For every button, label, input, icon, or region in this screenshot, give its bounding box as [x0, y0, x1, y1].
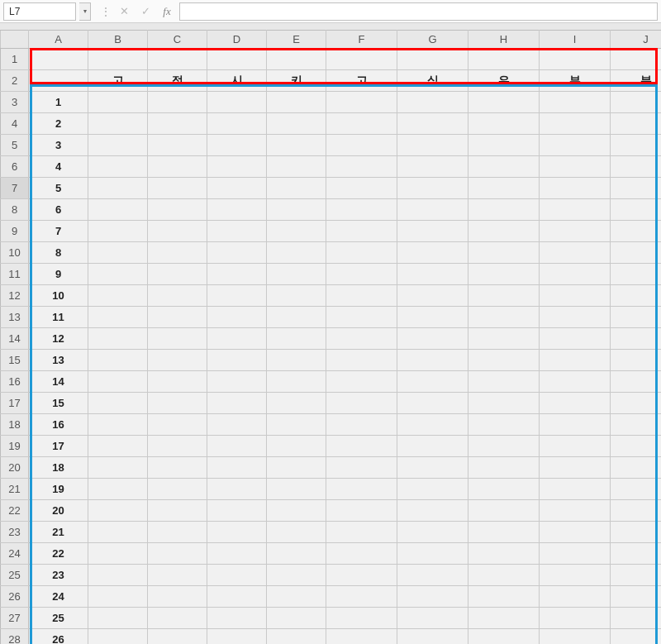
cell[interactable]	[326, 221, 397, 242]
cell[interactable]	[88, 328, 148, 350]
cell[interactable]	[267, 285, 326, 307]
cell[interactable]	[468, 436, 540, 457]
cell[interactable]: 20	[29, 500, 88, 522]
cell[interactable]	[468, 479, 540, 500]
row-header[interactable]: 5	[1, 135, 29, 156]
cell[interactable]	[468, 586, 540, 608]
cell[interactable]	[540, 307, 611, 328]
cell[interactable]	[267, 371, 326, 393]
cell[interactable]	[88, 221, 148, 242]
cell[interactable]	[397, 92, 468, 113]
cell[interactable]	[611, 608, 662, 629]
cell[interactable]	[468, 199, 540, 221]
cell[interactable]	[326, 350, 397, 371]
cell[interactable]	[207, 436, 267, 457]
cell[interactable]	[207, 393, 267, 414]
cell[interactable]	[468, 285, 540, 307]
cell[interactable]: 24	[29, 586, 88, 608]
cell[interactable]	[326, 49, 397, 70]
cell[interactable]	[88, 49, 148, 70]
cell[interactable]	[207, 113, 267, 135]
row-header[interactable]: 22	[1, 500, 29, 522]
cell[interactable]	[397, 629, 468, 645]
cell[interactable]	[540, 393, 611, 414]
cell[interactable]	[540, 156, 611, 178]
cell[interactable]	[468, 221, 540, 242]
cell[interactable]: 시	[207, 70, 267, 92]
cell[interactable]	[540, 414, 611, 436]
cell[interactable]	[540, 285, 611, 307]
cell[interactable]	[611, 414, 662, 436]
cell[interactable]	[88, 414, 148, 436]
cell[interactable]	[207, 629, 267, 645]
cell[interactable]	[88, 436, 148, 457]
cell[interactable]	[397, 199, 468, 221]
cell[interactable]	[468, 307, 540, 328]
cell[interactable]	[326, 264, 397, 285]
cell[interactable]	[611, 92, 662, 113]
row-header[interactable]: 8	[1, 199, 29, 221]
cell[interactable]	[611, 285, 662, 307]
cell[interactable]	[540, 586, 611, 608]
cell[interactable]	[326, 500, 397, 522]
cell[interactable]	[207, 307, 267, 328]
cell[interactable]	[540, 543, 611, 565]
cell[interactable]	[540, 199, 611, 221]
cell[interactable]: 13	[29, 350, 88, 371]
row-header[interactable]: 28	[1, 629, 29, 645]
cell[interactable]	[326, 629, 397, 645]
cell[interactable]	[397, 586, 468, 608]
cell[interactable]: 고	[88, 70, 148, 92]
cell[interactable]: 17	[29, 436, 88, 457]
cell[interactable]	[88, 543, 148, 565]
cell[interactable]	[611, 242, 662, 264]
cell[interactable]: 15	[29, 393, 88, 414]
cell[interactable]	[88, 565, 148, 586]
col-header[interactable]: F	[326, 31, 397, 49]
cell[interactable]	[88, 500, 148, 522]
row-header[interactable]: 13	[1, 307, 29, 328]
cell[interactable]: 7	[29, 221, 88, 242]
cell[interactable]	[468, 371, 540, 393]
cell[interactable]	[29, 49, 88, 70]
cell[interactable]	[468, 92, 540, 113]
cell[interactable]: 8	[29, 242, 88, 264]
cell[interactable]	[267, 113, 326, 135]
cell[interactable]: 3	[29, 135, 88, 156]
cell[interactable]	[207, 522, 267, 543]
cell[interactable]	[540, 565, 611, 586]
cell[interactable]: 싶	[397, 70, 468, 92]
cell[interactable]	[267, 307, 326, 328]
cell[interactable]	[326, 608, 397, 629]
col-header[interactable]: G	[397, 31, 468, 49]
cell[interactable]: 부	[540, 70, 611, 92]
cell[interactable]	[540, 264, 611, 285]
cell[interactable]	[326, 457, 397, 479]
cell[interactable]	[207, 479, 267, 500]
cell[interactable]	[267, 543, 326, 565]
cell[interactable]: 11	[29, 307, 88, 328]
cell[interactable]: 1	[29, 92, 88, 113]
cell[interactable]	[207, 49, 267, 70]
cell[interactable]	[148, 199, 207, 221]
cell[interactable]	[207, 199, 267, 221]
cancel-icon[interactable]: ✕	[115, 2, 133, 21]
cell[interactable]	[88, 92, 148, 113]
row-header[interactable]: 26	[1, 586, 29, 608]
cell[interactable]	[267, 178, 326, 199]
row-header[interactable]: 23	[1, 522, 29, 543]
cell[interactable]: 분	[611, 70, 662, 92]
cell[interactable]: 21	[29, 522, 88, 543]
cell[interactable]	[397, 436, 468, 457]
cell[interactable]: 5	[29, 178, 88, 199]
cell[interactable]	[540, 242, 611, 264]
cell[interactable]	[267, 350, 326, 371]
cell[interactable]	[397, 135, 468, 156]
cell[interactable]	[540, 135, 611, 156]
cell[interactable]	[207, 242, 267, 264]
cell[interactable]	[468, 178, 540, 199]
cell[interactable]	[207, 543, 267, 565]
cell[interactable]	[148, 565, 207, 586]
cell[interactable]	[326, 436, 397, 457]
row-header[interactable]: 20	[1, 457, 29, 479]
